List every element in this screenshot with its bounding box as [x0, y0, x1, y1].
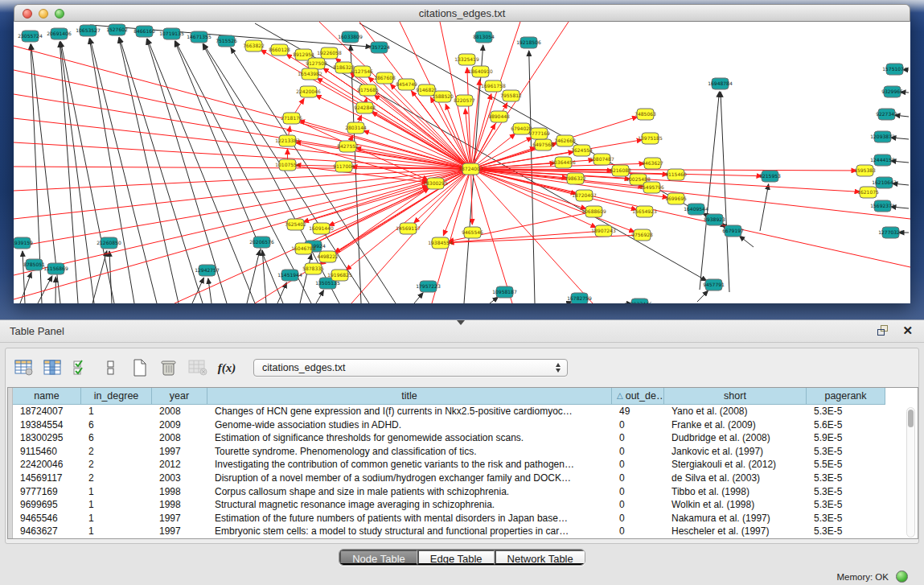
network-node[interactable]: 15751074 — [882, 64, 907, 75]
network-node[interactable]: 9175685 — [357, 84, 379, 96]
network-node[interactable]: 1621075 — [857, 187, 879, 198]
table-select-dropdown[interactable]: citations_edges.txt — [253, 359, 568, 377]
network-edge[interactable] — [300, 254, 311, 303]
network-node[interactable]: 19226058 — [317, 47, 342, 59]
network-node[interactable]: 7357224 — [368, 42, 390, 53]
delete-column-icon[interactable] — [157, 356, 181, 379]
network-edge[interactable] — [175, 41, 283, 303]
network-edge[interactable] — [38, 276, 52, 303]
network-node[interactable]: 11156869 — [43, 263, 68, 274]
zoom-window-icon[interactable] — [55, 9, 64, 19]
network-canvas[interactable]: 2305572420691406106535271527602846616010… — [14, 22, 910, 303]
table-row[interactable]: 1456911722003Disruption of a novel membe… — [13, 472, 918, 485]
network-node[interactable]: 9127508 — [306, 58, 327, 69]
network-edge[interactable] — [471, 94, 491, 169]
network-node[interactable]: 15654923 — [632, 206, 657, 217]
network-node[interactable]: 16782759 — [567, 293, 592, 303]
table-row[interactable]: 977716911998Corpus callosum shape and si… — [13, 485, 918, 499]
network-node[interactable]: 8466160 — [133, 26, 155, 37]
network-edge[interactable] — [316, 290, 323, 303]
table-row[interactable]: 1830029562008Estimation of significance … — [13, 431, 918, 445]
network-node[interactable]: 18907243 — [591, 225, 616, 237]
network-node[interactable]: 3624554 — [571, 145, 593, 156]
network-node[interactable]: 7485063 — [634, 109, 656, 120]
tab-node-table[interactable]: Node Table — [339, 550, 417, 565]
network-node[interactable]: 9465546 — [462, 227, 483, 238]
network-node[interactable]: 13975185 — [638, 133, 663, 144]
table-row[interactable]: 1872400712008Changes of HCN gene express… — [13, 405, 918, 418]
network-node[interactable]: 2867608 — [374, 72, 396, 84]
network-node[interactable]: 16210643 — [872, 177, 897, 188]
network-node[interactable]: 9117004 — [333, 161, 355, 172]
column-header-pagerank[interactable]: pagerank — [807, 388, 885, 405]
network-edge[interactable] — [760, 184, 769, 231]
network-node[interactable]: 1939159 — [14, 237, 33, 249]
scrollbar-thumb[interactable] — [908, 410, 914, 427]
table-panel-titlebar[interactable]: Table Panel ✕ — [0, 320, 924, 343]
network-node[interactable]: 1588520 — [432, 91, 454, 102]
network-graph[interactable]: 2305572420691406106535271527602846616010… — [14, 22, 910, 303]
network-node[interactable]: 13325419 — [454, 54, 479, 65]
new-column-icon[interactable] — [128, 356, 152, 379]
network-node[interactable]: 9457791 — [703, 279, 725, 290]
network-edge[interactable] — [414, 293, 423, 303]
network-node[interactable]: 16409544 — [684, 204, 708, 215]
network-edge[interactable] — [146, 39, 227, 303]
network-node[interactable]: 16961758 — [481, 80, 506, 92]
network-node[interactable]: 8813054 — [473, 31, 495, 43]
network-edge[interactable] — [700, 92, 720, 290]
vertical-scrollbar[interactable] — [906, 407, 915, 538]
network-node[interactable]: 10653527 — [76, 25, 101, 36]
network-edge[interactable] — [14, 169, 471, 247]
network-node[interactable]: 8660128 — [269, 44, 290, 56]
network-node[interactable]: 7986322 — [565, 173, 586, 184]
network-node[interactable]: 7462668 — [554, 135, 576, 146]
table-mode-icon[interactable] — [12, 356, 36, 379]
network-node[interactable]: 8785051 — [23, 259, 45, 270]
delete-table-icon[interactable] — [186, 356, 210, 379]
network-node[interactable]: 10688609 — [581, 206, 606, 217]
network-node[interactable]: 18720407 — [572, 190, 597, 201]
network-node[interactable]: 7515526 — [216, 35, 237, 47]
network-node[interactable]: 16543982 — [298, 68, 322, 80]
network-edge[interactable] — [90, 39, 157, 303]
column-header-out_de[interactable]: △out_de… — [612, 388, 664, 405]
network-node[interactable]: 12444158 — [870, 154, 895, 166]
network-edge[interactable] — [14, 142, 471, 169]
clear-selection-icon[interactable] — [99, 356, 123, 379]
memory-status-icon[interactable] — [896, 571, 908, 583]
network-node[interactable]: 6216088 — [610, 165, 631, 176]
column-header-name[interactable]: name — [13, 388, 81, 405]
network-node[interactable]: 7955812 — [500, 90, 522, 101]
network-edge[interactable] — [92, 251, 107, 303]
network-edge[interactable] — [147, 39, 255, 303]
tab-network-table[interactable]: Network Table — [495, 550, 585, 565]
network-edge[interactable] — [20, 272, 31, 303]
network-node[interactable]: 2803144 — [345, 122, 367, 134]
select-all-icon[interactable] — [70, 356, 94, 379]
splitter-handle[interactable] — [457, 320, 465, 325]
network-node[interactable]: 9227342 — [876, 109, 897, 120]
network-node[interactable]: 16948784 — [708, 78, 733, 89]
show-columns-icon[interactable] — [41, 356, 65, 379]
network-node[interactable]: 10107554 — [275, 159, 300, 171]
network-node[interactable]: 6679197 — [722, 225, 744, 237]
network-node[interactable]: 9115460 — [665, 169, 687, 180]
network-node[interactable]: 4498222 — [317, 251, 339, 262]
network-node[interactable]: 15692371 — [870, 200, 895, 212]
network-node[interactable]: 1527602 — [106, 24, 128, 35]
network-edge[interactable] — [490, 297, 499, 303]
network-edge[interactable] — [697, 290, 708, 302]
network-node[interactable]: 9699695 — [665, 193, 687, 204]
network-node[interactable]: 23055724 — [18, 31, 43, 42]
network-edge[interactable] — [247, 250, 260, 303]
network-node[interactable]: 8215953 — [759, 171, 781, 182]
float-panel-icon[interactable] — [877, 325, 890, 337]
network-node[interactable]: 6497568 — [532, 139, 554, 150]
network-node[interactable]: 9756928 — [631, 229, 653, 241]
network-node[interactable]: 15495796 — [639, 182, 664, 193]
network-edge[interactable] — [109, 251, 112, 303]
network-node[interactable]: 10719135 — [159, 28, 184, 39]
column-header-short[interactable]: short — [664, 388, 807, 405]
close-window-icon[interactable] — [23, 9, 32, 19]
